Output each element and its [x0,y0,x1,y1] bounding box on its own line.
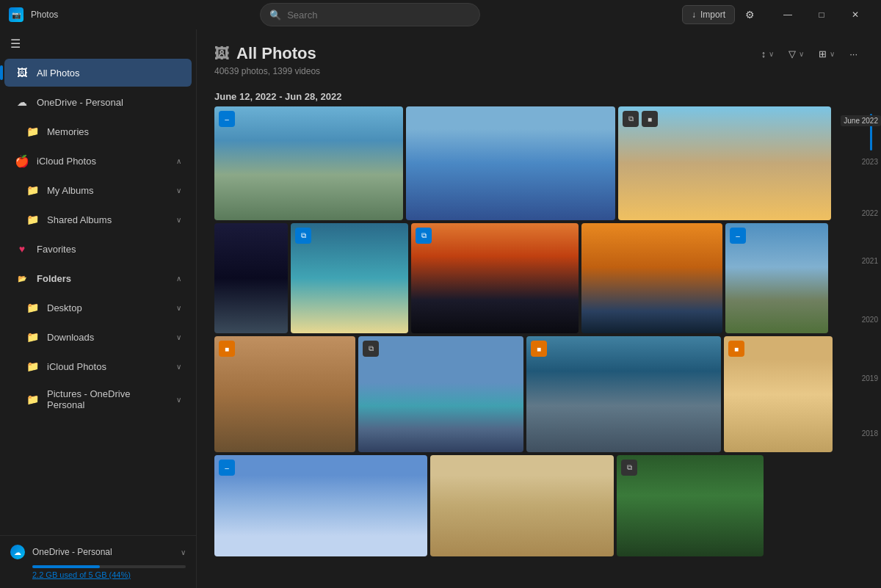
sidebar-item-downloads[interactable]: 📁 Downloads ∨ [4,323,192,351]
sidebar-item-folders[interactable]: 📂 Folders ∧ [4,264,192,292]
timeline-year-2022[interactable]: 2022 [862,209,878,217]
shared-albums-label: Shared Albums [47,214,169,225]
icloud-chevron: ∧ [176,157,181,165]
sidebar-item-icloud[interactable]: 🍎 iCloud Photos ∧ [4,147,192,175]
storage-item[interactable]: ☁ OneDrive - Personal ∨ [10,545,186,559]
all-photos-label: All Photos [37,68,181,79]
sidebar: ☰ 🖼 All Photos ☁ OneDrive - Personal 📁 M… [0,29,197,588]
content-title: 🖼 All Photos [214,44,316,63]
maximize-button[interactable]: □ [805,3,838,26]
icloud-label: iCloud Photos [37,156,169,167]
filter-icon: ▽ [788,48,796,59]
settings-button[interactable]: ⚙ [738,4,762,25]
photo-thumb[interactable] [430,455,614,556]
photo-grid: – ⧉ ■ [214,106,852,588]
minimize-button[interactable]: — [771,3,805,26]
photo-thumb[interactable]: ⧉ ■ [618,106,831,220]
filter-chevron: ∨ [799,50,804,58]
desktop-label: Desktop [47,302,169,313]
storage-chevron: ∨ [181,548,186,556]
photo-thumb[interactable]: ■ [526,336,721,452]
photo-thumb[interactable]: ⧉ [411,223,579,333]
date-range: June 12, 2022 - Jun 28, 2022 [197,82,881,106]
app-icon: 📷 [9,7,23,22]
photo-row-3: ■ ⧉ ■ ■ [214,336,852,452]
hamburger-menu[interactable]: ☰ [0,29,196,58]
sort-chevron: ∨ [769,50,774,58]
sidebar-item-icloud-folder[interactable]: 📁 iCloud Photos ∨ [4,352,192,380]
close-button[interactable]: ✕ [838,3,872,26]
my-albums-chevron: ∨ [176,186,181,195]
desktop-chevron: ∨ [176,304,181,312]
shared-albums-chevron: ∨ [176,216,181,224]
photo-thumb[interactable]: ⧉ [617,455,764,556]
import-button[interactable]: ↓ Import [682,5,735,24]
import-icon: ↓ [692,10,696,20]
folders-chevron: ∧ [176,275,181,283]
photo-row-1: – ⧉ ■ [214,106,852,220]
main-layout: ☰ 🖼 All Photos ☁ OneDrive - Personal 📁 M… [0,29,881,588]
photo-thumb[interactable] [581,223,722,333]
photo-thumb[interactable]: ■ [724,336,833,452]
sidebar-item-memories[interactable]: 📁 Memories [4,117,192,145]
memories-icon: 📁 [25,124,40,139]
active-indicator [0,65,3,80]
shared-albums-icon: 📁 [25,212,40,227]
photo-thumb[interactable] [214,223,288,333]
sidebar-item-my-albums[interactable]: 📁 My Albums ∨ [4,176,192,204]
content-toolbar: ↕ ∨ ▽ ∨ ⊞ ∨ ··· [755,45,863,63]
titlebar: 📷 Photos 🔍 Search ↓ Import ⚙ — □ ✕ [0,0,881,29]
sidebar-item-favorites[interactable]: ♥ Favorites [4,235,192,263]
downloads-icon: 📁 [25,330,40,344]
photo-thumb[interactable]: ■ [214,336,355,452]
desktop-icon: 📁 [25,300,40,315]
memories-label: Memories [47,126,181,137]
photo-thumb[interactable]: ⧉ [291,223,408,333]
downloads-chevron: ∨ [176,333,181,341]
filter-button[interactable]: ▽ ∨ [783,45,810,63]
photo-thumb[interactable]: – [214,106,403,220]
all-photos-icon: 🖼 [15,65,29,80]
timeline-sidebar: June 2022 2023 2022 2021 2020 2019 2018 [852,106,881,588]
search-bar[interactable]: 🔍 Search [260,3,480,26]
storage-cloud-icon: ☁ [10,545,25,559]
icloud-folder-chevron: ∨ [176,363,181,371]
settings-icon: ⚙ [745,9,755,21]
photo-thumb[interactable] [406,106,615,220]
view-button[interactable]: ⊞ ∨ [813,45,841,63]
sort-icon: ↕ [761,48,766,59]
storage-text[interactable]: 2.2 GB used of 5 GB (44%) [32,570,186,579]
folders-label: Folders [37,273,169,284]
onedrive-label: OneDrive - Personal [37,97,181,108]
search-placeholder: Search [287,10,317,21]
timeline-year-2018[interactable]: 2018 [862,429,878,438]
timeline-year-2020[interactable]: 2020 [862,316,878,324]
photo-thumb[interactable]: – [725,223,828,333]
sort-button[interactable]: ↕ ∨ [755,45,780,63]
photo-row-4: – ⧉ [214,455,852,556]
sidebar-item-all-photos[interactable]: 🖼 All Photos [4,59,192,87]
content-subtitle: 40639 photos, 1399 videos [214,66,863,76]
timeline-year-2019[interactable]: 2019 [862,374,878,382]
storage-bar-container [32,565,186,568]
sidebar-item-desktop[interactable]: 📁 Desktop ∨ [4,294,192,322]
my-albums-icon: 📁 [25,183,40,197]
photo-row-2: ⧉ ⧉ – [214,223,852,333]
storage-bar [32,565,100,568]
icloud-folder-icon: 📁 [25,359,40,374]
content-title-row: 🖼 All Photos ↕ ∨ ▽ ∨ ⊞ ∨ [214,44,863,63]
photo-thumb[interactable]: ⧉ [358,336,523,452]
favorites-label: Favorites [37,244,181,255]
photo-thumb[interactable]: – [214,455,427,556]
sidebar-item-shared-albums[interactable]: 📁 Shared Albums ∨ [4,206,192,233]
content-header: 🖼 All Photos ↕ ∨ ▽ ∨ ⊞ ∨ [197,29,881,82]
sidebar-item-pictures-onedrive[interactable]: 📁 Pictures - OneDrive Personal ∨ [4,382,192,417]
more-button[interactable]: ··· [844,45,863,63]
downloads-label: Downloads [47,332,169,343]
sidebar-footer: ☁ OneDrive - Personal ∨ 2.2 GB used of 5… [0,535,196,588]
sidebar-item-onedrive[interactable]: ☁ OneDrive - Personal [4,88,192,116]
favorites-icon: ♥ [15,242,29,256]
titlebar-center: 🔍 Search [58,3,682,26]
timeline-year-2023[interactable]: 2023 [862,158,878,166]
timeline-year-2021[interactable]: 2021 [862,257,878,265]
